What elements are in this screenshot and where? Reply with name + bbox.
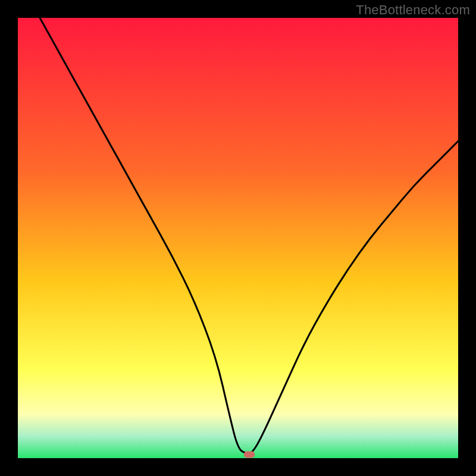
optimal-point-marker [244, 452, 255, 458]
bottleneck-curve-line [40, 18, 458, 454]
watermark-text: TheBottleneck.com [356, 2, 470, 18]
bottleneck-curve-svg [18, 18, 458, 458]
chart-frame: TheBottleneck.com [0, 0, 476, 476]
plot-area [18, 18, 458, 458]
